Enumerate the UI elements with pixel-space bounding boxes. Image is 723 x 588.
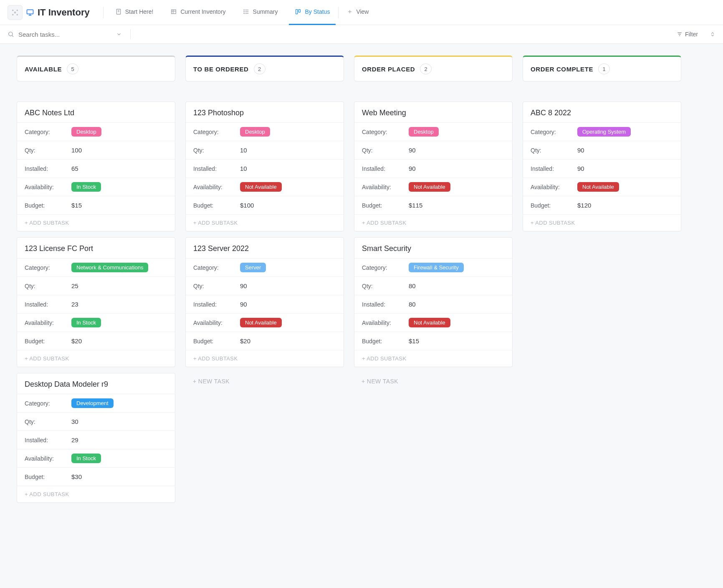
divider xyxy=(338,7,339,18)
column-header[interactable]: ORDER COMPLETE1 xyxy=(523,56,681,81)
add-subtask-button[interactable]: + ADD SUBTASK xyxy=(17,486,175,502)
chevron-down-icon[interactable] xyxy=(116,31,122,37)
doc-icon xyxy=(115,8,122,15)
column-header[interactable]: ORDER PLACED2 xyxy=(354,56,513,81)
add-subtask-button[interactable]: + ADD SUBTASK xyxy=(523,214,681,231)
field-row-budget: Budget:$120 xyxy=(523,196,681,214)
tab-start-here-[interactable]: Start Here! xyxy=(109,0,159,25)
svg-point-1 xyxy=(13,10,13,10)
field-row-qty: Qty:25 xyxy=(17,276,175,295)
task-card[interactable]: 123 License FC PortCategory:Network & Co… xyxy=(17,237,175,367)
tab-label: Current Inventory xyxy=(180,8,225,15)
search-input[interactable] xyxy=(18,31,110,38)
field-label: Availability: xyxy=(25,455,71,462)
field-value: 90 xyxy=(577,147,584,154)
field-label: Availability: xyxy=(362,319,409,326)
field-label: Category: xyxy=(193,129,240,135)
app-menu-icon[interactable] xyxy=(8,5,23,20)
board-icon xyxy=(295,8,301,15)
field-row-availability: Availability:Not Available xyxy=(523,177,681,196)
svg-rect-11 xyxy=(172,10,176,13)
list-icon xyxy=(243,8,250,15)
field-row-installed: Installed:80 xyxy=(354,295,512,313)
add-subtask-button[interactable]: + ADD SUBTASK xyxy=(186,350,344,367)
field-label: Qty: xyxy=(362,283,409,289)
svg-point-18 xyxy=(244,11,244,12)
field-row-installed: Installed:29 xyxy=(17,431,175,449)
svg-point-3 xyxy=(13,14,13,15)
field-value: 25 xyxy=(71,282,78,289)
monitor-icon xyxy=(26,8,34,17)
tab-add-view[interactable]: View xyxy=(341,0,374,25)
task-card[interactable]: 123 Server 2022Category:ServerQty:90Inst… xyxy=(185,237,344,367)
field-value: 100 xyxy=(71,147,82,154)
column-count: 2 xyxy=(420,63,432,74)
field-label: Qty: xyxy=(25,283,71,289)
page-title: IT Inventory xyxy=(26,7,90,18)
field-row-budget: Budget:$15 xyxy=(354,332,512,350)
divider xyxy=(130,29,131,39)
field-value: Not Available xyxy=(240,182,282,192)
field-value: 90 xyxy=(409,147,416,154)
field-value: $100 xyxy=(240,202,254,209)
add-subtask-button[interactable]: + ADD SUBTASK xyxy=(354,350,512,367)
field-row-qty: Qty:90 xyxy=(354,141,512,159)
add-subtask-button[interactable]: + ADD SUBTASK xyxy=(17,350,175,367)
tab-by-status[interactable]: By Status xyxy=(289,0,336,25)
field-label: Budget: xyxy=(25,474,71,480)
task-card[interactable]: ABC Notes LtdCategory:DesktopQty:100Inst… xyxy=(17,101,175,231)
field-row-qty: Qty:10 xyxy=(186,141,344,159)
field-value: $115 xyxy=(409,202,422,209)
field-row-qty: Qty:80 xyxy=(354,276,512,295)
expand-icon[interactable] xyxy=(710,31,715,37)
column-header[interactable]: TO BE ORDERED2 xyxy=(185,56,344,81)
svg-point-24 xyxy=(9,32,13,36)
add-subtask-button[interactable]: + ADD SUBTASK xyxy=(354,214,512,231)
tab-summary[interactable]: Summary xyxy=(237,0,284,25)
field-label: Installed: xyxy=(25,437,71,444)
field-row-category: Category:Desktop xyxy=(186,122,344,141)
task-card[interactable]: 123 PhotoshopCategory:DesktopQty:10Insta… xyxy=(185,101,344,231)
column-name: TO BE ORDERED xyxy=(193,66,249,73)
field-label: Availability: xyxy=(25,184,71,190)
svg-point-0 xyxy=(15,12,16,13)
field-row-category: Category:Operating System xyxy=(523,122,681,141)
column-name: ORDER COMPLETE xyxy=(531,66,593,73)
task-card[interactable]: Web MeetingCategory:DesktopQty:90Install… xyxy=(354,101,513,231)
tab-current-inventory[interactable]: Current Inventory xyxy=(164,0,231,25)
new-task-button[interactable]: + NEW TASK xyxy=(185,373,344,390)
field-label: Budget: xyxy=(362,202,409,209)
field-row-installed: Installed:10 xyxy=(186,159,344,177)
new-task-button[interactable]: + NEW TASK xyxy=(354,373,513,390)
field-value: Not Available xyxy=(409,182,450,192)
field-value: 23 xyxy=(71,301,78,308)
field-row-qty: Qty:90 xyxy=(186,276,344,295)
task-card[interactable]: Smart SecurityCategory:Firewall & Securi… xyxy=(354,237,513,367)
field-value: Operating System xyxy=(577,127,631,137)
field-row-category: Category:Firewall & Security xyxy=(354,258,512,276)
field-value: 10 xyxy=(240,165,247,172)
task-card[interactable]: Desktop Data Modeler r9Category:Developm… xyxy=(17,373,175,503)
field-row-category: Category:Server xyxy=(186,258,344,276)
field-value: Desktop xyxy=(409,127,439,137)
card-title: ABC Notes Ltd xyxy=(17,102,175,122)
filter-button[interactable]: Filter xyxy=(677,31,698,38)
field-label: Budget: xyxy=(362,338,409,345)
column-header[interactable]: AVAILABLE5 xyxy=(17,56,175,81)
field-label: Installed: xyxy=(362,165,409,172)
field-value: $20 xyxy=(240,337,250,345)
add-subtask-button[interactable]: + ADD SUBTASK xyxy=(17,214,175,231)
svg-rect-21 xyxy=(299,10,301,13)
field-label: Budget: xyxy=(25,202,71,209)
field-value: Desktop xyxy=(240,127,270,137)
field-row-installed: Installed:65 xyxy=(17,159,175,177)
field-label: Category: xyxy=(362,264,409,271)
add-subtask-button[interactable]: + ADD SUBTASK xyxy=(186,214,344,231)
field-value: 90 xyxy=(409,165,416,172)
column-count: 1 xyxy=(598,63,610,74)
field-label: Installed: xyxy=(362,301,409,308)
field-value: Desktop xyxy=(71,127,101,137)
field-row-budget: Budget:$15 xyxy=(17,196,175,214)
task-card[interactable]: ABC 8 2022Category:Operating SystemQty:9… xyxy=(523,101,681,231)
field-value: In Stock xyxy=(71,182,101,192)
